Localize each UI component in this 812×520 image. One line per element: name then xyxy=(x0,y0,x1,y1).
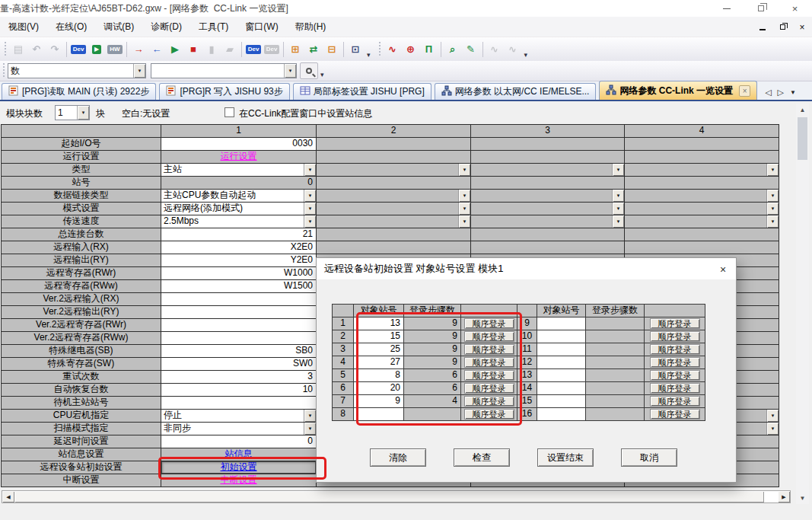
chevron-down-icon[interactable]: ▼ xyxy=(458,164,470,176)
menu-debug[interactable]: 调试(B) xyxy=(95,18,142,37)
close-icon[interactable]: × xyxy=(778,0,812,17)
scroll-down-icon[interactable]: ▼ xyxy=(796,492,809,504)
param-empty-cell[interactable]: ▼ xyxy=(625,215,779,228)
initial-setting-link[interactable]: 初始设置 xyxy=(221,461,257,472)
param-empty-cell[interactable]: ▼ xyxy=(625,203,779,215)
tab-scroll-left-icon[interactable]: ◁ xyxy=(765,88,771,97)
target-station-cell[interactable] xyxy=(537,382,586,395)
chevron-down-icon[interactable]: ▼ xyxy=(133,64,145,78)
toolbar-drag-handle[interactable] xyxy=(2,63,5,78)
param-value-cell[interactable]: X2E0 xyxy=(161,241,317,254)
param-empty-cell[interactable] xyxy=(471,177,625,190)
swap-window-icon[interactable]: ⇄ xyxy=(305,41,322,58)
chevron-down-icon[interactable]: ▼ xyxy=(766,203,779,215)
param-value-cell[interactable]: 21 xyxy=(161,228,317,241)
target-station-cell[interactable]: 9 xyxy=(354,395,404,408)
dialog-close-icon[interactable]: × xyxy=(716,263,730,276)
sequential-register-button[interactable]: 顺序登录 xyxy=(650,370,700,381)
param-value-cell[interactable]: 0 xyxy=(161,435,317,448)
toolbar-drag-handle[interactable] xyxy=(378,42,381,57)
param-empty-cell[interactable]: ▼ xyxy=(625,190,779,203)
param-value-cell[interactable]: SB0 xyxy=(161,345,317,358)
menu-online[interactable]: 在线(O) xyxy=(47,18,95,37)
sequential-register-button[interactable]: 顺序登录 xyxy=(464,409,514,420)
param-setting-link[interactable]: 运行设置 xyxy=(221,151,257,161)
param-value-cell[interactable]: W1500 xyxy=(161,280,317,293)
mdi-restore-icon[interactable] xyxy=(777,22,788,33)
param-empty-cell[interactable] xyxy=(317,228,471,241)
open-window-icon[interactable]: ⊞ xyxy=(287,41,304,58)
target-station-cell[interactable] xyxy=(537,408,586,421)
param-empty-cell[interactable] xyxy=(317,138,471,151)
trace-target-icon[interactable]: ⊕ xyxy=(403,41,419,58)
target-station-cell[interactable] xyxy=(354,408,404,421)
target-station-cell[interactable] xyxy=(537,369,586,382)
chevron-down-icon[interactable]: ▼ xyxy=(766,190,779,202)
chevron-down-icon[interactable]: ▼ xyxy=(284,64,296,78)
module-count-combobox[interactable]: 1 ▼ xyxy=(55,105,90,120)
target-station-cell[interactable]: 15 xyxy=(354,330,404,343)
param-dropdown-cell[interactable]: 主站CPU参数自动起动▼ xyxy=(161,190,317,203)
param-value-cell[interactable] xyxy=(161,319,317,332)
param-value-cell[interactable]: 3 xyxy=(161,371,317,384)
arrange-window-icon[interactable]: ⊟ xyxy=(323,41,340,58)
param-empty-cell[interactable] xyxy=(625,177,779,190)
sequential-register-button[interactable]: 顺序登录 xyxy=(464,344,514,355)
param-empty-cell[interactable] xyxy=(317,151,471,164)
device-monitor-green-icon[interactable]: ▶ xyxy=(88,41,105,58)
chevron-down-icon[interactable]: ▼ xyxy=(304,203,316,215)
param-empty-cell[interactable] xyxy=(317,177,471,190)
device-search-combobox[interactable]: 数 ▼ xyxy=(8,63,146,78)
cancel-button[interactable]: 取消 xyxy=(621,448,677,467)
sequential-register-button[interactable]: 顺序登录 xyxy=(464,331,514,342)
horizontal-scrollbar-track[interactable] xyxy=(14,491,778,502)
sequential-register-button[interactable]: 顺序登录 xyxy=(650,331,700,342)
mdi-close-icon[interactable]: × xyxy=(797,22,807,33)
chevron-down-icon[interactable]: ▼ xyxy=(304,190,316,202)
chevron-down-icon[interactable]: ▼ xyxy=(612,190,624,202)
param-empty-cell[interactable]: ▼ xyxy=(471,215,625,228)
trace-search-icon[interactable]: ⌕ xyxy=(444,41,461,58)
sequential-register-button[interactable]: 顺序登录 xyxy=(464,318,514,329)
param-dropdown-cell[interactable]: 停止▼ xyxy=(161,410,317,423)
param-value-cell[interactable] xyxy=(161,306,317,319)
restore-icon[interactable] xyxy=(744,0,778,17)
tab-close-icon[interactable]: × xyxy=(739,85,750,97)
toolbar-overflow-icon[interactable]: ▾ xyxy=(367,51,371,61)
sequential-register-button[interactable]: 顺序登录 xyxy=(464,396,514,407)
setting-end-button[interactable]: 设置结束 xyxy=(537,448,594,467)
chevron-down-icon[interactable]: ▼ xyxy=(77,106,89,120)
sequential-register-button[interactable]: 顺序登录 xyxy=(650,344,700,355)
param-dropdown-cell[interactable]: 非同步▼ xyxy=(161,423,317,435)
menu-tools[interactable]: 工具(T) xyxy=(190,18,237,37)
pulse-trace-icon[interactable]: Π xyxy=(421,41,438,58)
param-value-cell[interactable]: Y2E0 xyxy=(161,254,317,267)
param-empty-cell[interactable] xyxy=(471,151,625,164)
param-empty-cell[interactable]: ▼ xyxy=(471,190,625,203)
chevron-down-icon[interactable]: ▼ xyxy=(766,215,779,228)
target-station-cell[interactable]: 8 xyxy=(354,369,404,382)
find-device-icon[interactable] xyxy=(300,62,318,79)
sampling-trace-icon[interactable]: ∿ xyxy=(384,41,401,58)
param-value-cell[interactable]: W1000 xyxy=(161,267,317,280)
chevron-down-icon[interactable]: ▼ xyxy=(458,215,470,228)
param-empty-cell[interactable]: ▼ xyxy=(317,203,471,215)
check-button[interactable]: 检查 xyxy=(454,448,510,467)
param-empty-cell[interactable]: ▼ xyxy=(471,203,625,215)
sequential-register-button[interactable]: 顺序登录 xyxy=(464,357,514,368)
device-monitor-gray-icon[interactable]: HW xyxy=(107,41,123,58)
chevron-down-icon[interactable]: ▼ xyxy=(766,164,779,176)
param-empty-cell[interactable] xyxy=(625,138,779,151)
param-dropdown-cell[interactable]: 主站▼ xyxy=(161,164,317,177)
target-station-cell[interactable] xyxy=(537,356,586,369)
target-station-cell[interactable] xyxy=(537,395,586,408)
chevron-down-icon[interactable]: ▼ xyxy=(304,410,316,422)
sequential-register-button[interactable]: 顺序登录 xyxy=(464,370,514,381)
scroll-right-icon[interactable]: ▶ xyxy=(778,491,790,502)
param-empty-cell[interactable] xyxy=(317,241,471,254)
sequential-register-button[interactable]: 顺序登录 xyxy=(464,383,514,394)
param-empty-cell[interactable] xyxy=(625,241,779,254)
toolbar-overflow-icon[interactable]: ▾ xyxy=(524,51,528,61)
monitor-start-icon[interactable]: ▶ xyxy=(167,41,183,58)
mdi-minimize-icon[interactable] xyxy=(757,22,768,33)
